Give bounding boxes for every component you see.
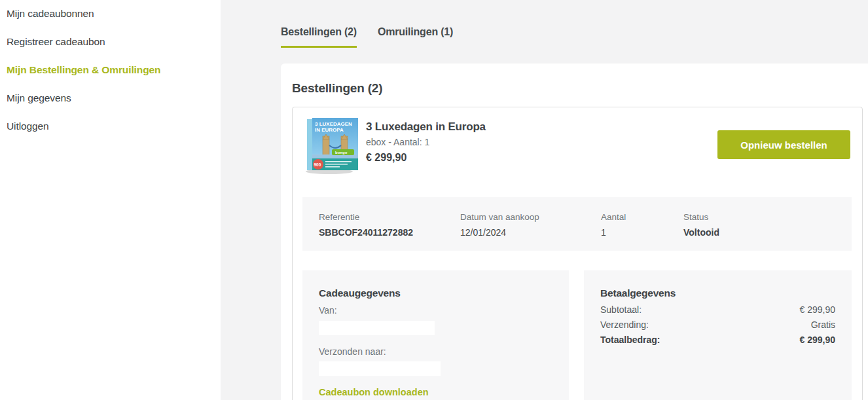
- sidebar-item-registreer-cadeaubon[interactable]: Registreer cadeaubon: [0, 28, 221, 56]
- meta-label: Status: [683, 212, 719, 222]
- page-title: Bestellingen (2): [292, 81, 382, 96]
- meta-referentie: Referentie SBBCOF24011272882: [319, 212, 413, 238]
- meta-label: Aantal: [601, 212, 626, 222]
- order-meta-strip: Referentie SBBCOF24011272882 Datum van a…: [302, 197, 852, 251]
- meta-status: Status Voltooid: [683, 212, 719, 238]
- status-badge: Voltooid: [683, 227, 719, 238]
- sidebar-item-mijn-gegevens[interactable]: Mijn gegevens: [0, 84, 221, 113]
- product-title: 3 Luxedagen in Europa: [366, 120, 486, 134]
- gift-details-box: Cadeaugegevens Van: Verzonden naar: Cade…: [302, 270, 569, 400]
- gift-from-label: Van:: [319, 305, 552, 316]
- giftbox-cover-illustration: 3 LUXEDAGEN IN EUROPA bongo 900: [303, 117, 362, 175]
- meta-aantal: Aantal 1: [601, 212, 626, 238]
- payment-value: Gratis: [811, 320, 835, 329]
- payment-value: € 299,90: [800, 305, 836, 314]
- orders-tabs: Bestellingen (2) Omruilingen (1): [281, 26, 453, 48]
- svg-text:900: 900: [314, 162, 321, 167]
- gift-box-title: Cadeaugegevens: [319, 287, 552, 299]
- meta-label: Referentie: [319, 212, 413, 222]
- payment-details-box: Betaalgegevens Subtotaal: € 299,90 Verze…: [584, 270, 852, 400]
- download-voucher-link[interactable]: Cadeaubon downloaden: [319, 387, 429, 397]
- payment-row-shipping: Verzending: Gratis: [600, 320, 835, 329]
- tab-omruilingen[interactable]: Omruilingen (1): [378, 26, 453, 48]
- payment-row-subtotal: Subtotaal: € 299,90: [600, 305, 835, 314]
- tab-bestellingen[interactable]: Bestellingen (2): [281, 26, 357, 48]
- meta-datum: Datum van aankoop 12/01/2024: [460, 212, 539, 238]
- payment-row-total: Totaalbedrag: € 299,90: [600, 335, 835, 344]
- meta-value: SBBCOF24011272882: [319, 227, 413, 238]
- svg-text:3 LUXEDAGEN: 3 LUXEDAGEN: [315, 121, 352, 127]
- payment-label: Subtotaal:: [600, 305, 642, 314]
- product-price: € 299,90: [366, 152, 407, 164]
- gift-sent-label: Verzonden naar:: [319, 346, 552, 357]
- order-card: 3 LUXEDAGEN IN EUROPA bongo 900: [292, 107, 863, 400]
- product-subtitle: ebox - Aantal: 1: [366, 137, 429, 147]
- payment-label: Verzending:: [600, 320, 649, 329]
- sidebar-item-bestellingen-omruilingen[interactable]: Mijn Bestellingen & Omruilingen: [0, 56, 221, 84]
- account-orders-page: Mijn cadeaubonnen Registreer cadeaubon M…: [0, 0, 868, 400]
- account-sidebar: Mijn cadeaubonnen Registreer cadeaubon M…: [0, 0, 221, 400]
- meta-value: 12/01/2024: [460, 227, 539, 238]
- svg-text:bongo: bongo: [335, 151, 348, 155]
- gift-from-value-redacted: [319, 321, 435, 335]
- payment-value: € 299,90: [800, 335, 836, 344]
- payment-box-title: Betaalgegevens: [600, 287, 835, 299]
- meta-value: 1: [601, 227, 626, 238]
- sidebar-item-mijn-cadeaubonnen[interactable]: Mijn cadeaubonnen: [0, 0, 221, 28]
- reorder-button[interactable]: Opnieuw bestellen: [717, 130, 850, 159]
- sidebar-item-uitloggen[interactable]: Uitloggen: [0, 113, 221, 141]
- gift-sent-value-redacted: [319, 361, 441, 376]
- order-detail-boxes: Cadeaugegevens Van: Verzonden naar: Cade…: [302, 270, 852, 400]
- orders-panel: Bestellingen (2) 3 LUXEDAGEN IN EUROPA: [281, 64, 868, 400]
- payment-label: Totaalbedrag:: [600, 335, 660, 344]
- meta-label: Datum van aankoop: [460, 212, 539, 222]
- svg-text:IN EUROPA: IN EUROPA: [315, 127, 344, 133]
- product-thumbnail-image: 3 LUXEDAGEN IN EUROPA bongo 900: [303, 117, 362, 175]
